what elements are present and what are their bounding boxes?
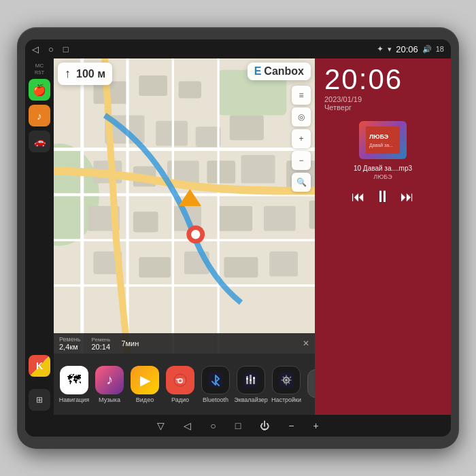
- svg-rect-47: [250, 379, 252, 381]
- volume-icon: 🔊: [422, 45, 432, 54]
- svg-rect-8: [196, 126, 221, 147]
- bluetooth-icon: ✦: [377, 44, 384, 54]
- music-icon: ♪: [95, 366, 124, 394]
- main-area: MC RST 🍎 ♪ 🚗 K ⊞: [25, 58, 451, 415]
- svg-rect-19: [218, 206, 252, 231]
- center-area: ↑ 100 м E Canbox ≡ ◎ + −: [54, 58, 315, 415]
- music-sidebar-btn[interactable]: ♪: [29, 105, 50, 126]
- svg-rect-21: [309, 201, 315, 229]
- add-icon: +: [307, 369, 315, 398]
- status-bar: ◁ ○ □ ✦ ▾ 20:06 🔊 18: [25, 39, 451, 58]
- app-icon-settings[interactable]: Настройки: [269, 366, 304, 403]
- svg-point-36: [191, 230, 200, 239]
- sys-minus-btn[interactable]: −: [288, 420, 294, 431]
- map-stat-distance: Ремень 2,4км: [59, 336, 80, 351]
- album-art: ЛЮБЭДавай за...: [359, 121, 407, 159]
- svg-rect-20: [264, 206, 296, 231]
- recent-nav-btn[interactable]: □: [63, 44, 69, 54]
- svg-text:ЛЮБЭ: ЛЮБЭ: [369, 133, 389, 140]
- battery-display: 18: [436, 45, 444, 53]
- music-section: ЛЮБЭДавай за... 10 Давай за....mp3 ЛЮБЭ …: [315, 116, 451, 415]
- maps-icon: 🗺: [60, 366, 88, 394]
- sys-nav-bar: ▽ ◁ ○ □ ⏻ − +: [25, 415, 451, 437]
- eq-icon: [237, 366, 265, 394]
- app-icon-add[interactable]: +: [304, 369, 315, 400]
- svg-rect-14: [241, 155, 275, 184]
- home-nav-btn[interactable]: ○: [48, 44, 54, 54]
- radio-icon: [166, 366, 194, 394]
- svg-rect-2: [218, 70, 286, 116]
- grid-icon: ⊞: [36, 395, 43, 405]
- eq-label: Эквалайзер: [234, 396, 267, 403]
- map-search-btn[interactable]: 🔍: [292, 173, 311, 192]
- map-close-btn[interactable]: ✕: [303, 339, 309, 348]
- time-display: 20:06: [396, 44, 418, 54]
- svg-rect-25: [224, 257, 258, 277]
- k-icon: K: [36, 360, 43, 371]
- video-icon: ▶: [131, 366, 159, 394]
- next-btn[interactable]: ⏭: [401, 189, 414, 205]
- album-art-inner: ЛЮБЭДавай за...: [359, 121, 407, 159]
- map-container[interactable]: ↑ 100 м E Canbox ≡ ◎ + −: [54, 58, 315, 354]
- status-right: ✦ ▾ 20:06 🔊 18: [377, 44, 444, 54]
- player-controls: ⏮ ⏸ ⏭: [324, 187, 441, 206]
- app-grid: 🗺 Навигация ♪ Музыка ▶ Видео: [54, 354, 315, 415]
- map-right-controls: ≡ ◎ + − 🔍: [292, 86, 311, 192]
- back-nav-btn[interactable]: ◁: [32, 44, 39, 54]
- sys-plus-btn[interactable]: +: [313, 420, 318, 431]
- carplay-icon: 🍎: [33, 84, 46, 97]
- car-sidebar-btn[interactable]: 🚗: [29, 131, 50, 152]
- app-icon-radio[interactable]: Радио: [163, 366, 198, 403]
- svg-rect-41: [176, 379, 180, 380]
- settings-icon: [272, 366, 301, 394]
- car-icon: 🚗: [34, 136, 46, 147]
- app-icon-bluetooth[interactable]: Bluetooth: [198, 366, 233, 403]
- grid-sidebar-btn[interactable]: ⊞: [29, 389, 50, 411]
- sys-back-btn[interactable]: ▽: [157, 420, 165, 431]
- right-panel: 20:06 2023/01/19 Четверг ЛЮБЭДавай за...…: [315, 58, 451, 415]
- music-sidebar-icon: ♪: [37, 110, 42, 122]
- svg-rect-13: [207, 160, 235, 183]
- mc-label: MC: [35, 63, 44, 69]
- map-zoom-out-btn[interactable]: −: [292, 151, 311, 170]
- map-location-btn[interactable]: ◎: [292, 107, 311, 126]
- sys-back-alt-btn[interactable]: ◁: [184, 420, 191, 431]
- svg-point-52: [285, 379, 288, 381]
- k-sidebar-btn[interactable]: K: [29, 355, 50, 377]
- svg-text:Давай за...: Давай за...: [369, 143, 393, 148]
- svg-rect-17: [133, 211, 158, 232]
- map-stat-eta: Ремень 20:14: [91, 337, 110, 351]
- bluetooth-app-icon: [201, 366, 230, 394]
- carplay-btn[interactable]: 🍎: [29, 79, 50, 101]
- app-icon-eq[interactable]: Эквалайзер: [233, 366, 269, 403]
- settings-label: Настройки: [271, 396, 301, 403]
- map-stat-time: 7мин: [121, 339, 139, 347]
- artist-name: ЛЮБЭ: [324, 173, 441, 180]
- sys-recent-btn[interactable]: □: [235, 420, 241, 431]
- svg-rect-44: [246, 376, 248, 384]
- maps-label: Навигация: [59, 396, 89, 403]
- video-label: Видео: [136, 396, 154, 403]
- radio-label: Радио: [171, 396, 189, 403]
- app-icon-maps[interactable]: 🗺 Навигация: [56, 366, 92, 403]
- map-bottom-bar: Ремень 2,4км Ремень 20:14 7мин ✕: [54, 333, 315, 354]
- map-menu-btn[interactable]: ≡: [292, 86, 311, 105]
- svg-rect-4: [139, 75, 167, 96]
- track-name: 10 Давай за....mp3: [324, 165, 441, 172]
- sys-power-btn[interactable]: ⏻: [260, 420, 269, 431]
- map-zoom-in-btn[interactable]: +: [292, 129, 311, 148]
- app-icon-video[interactable]: ▶ Видео: [127, 366, 163, 403]
- sys-home-btn[interactable]: ○: [210, 420, 216, 431]
- prev-btn[interactable]: ⏮: [352, 189, 365, 205]
- play-pause-btn[interactable]: ⏸: [375, 187, 391, 206]
- bluetooth-label: Bluetooth: [203, 396, 228, 403]
- device-body: ◁ ○ □ ✦ ▾ 20:06 🔊 18 MC RST 🍎: [17, 27, 459, 449]
- svg-rect-45: [246, 378, 248, 379]
- svg-rect-23: [139, 257, 171, 277]
- svg-rect-53: [366, 126, 400, 154]
- device-screen: ◁ ○ □ ✦ ▾ 20:06 🔊 18 MC RST 🍎: [25, 39, 451, 437]
- clock-date: 2023/01/19 Четверг: [324, 95, 441, 112]
- app-icon-music[interactable]: ♪ Музыка: [92, 366, 127, 403]
- clock-time: 20:06: [324, 65, 441, 94]
- svg-rect-9: [230, 115, 264, 140]
